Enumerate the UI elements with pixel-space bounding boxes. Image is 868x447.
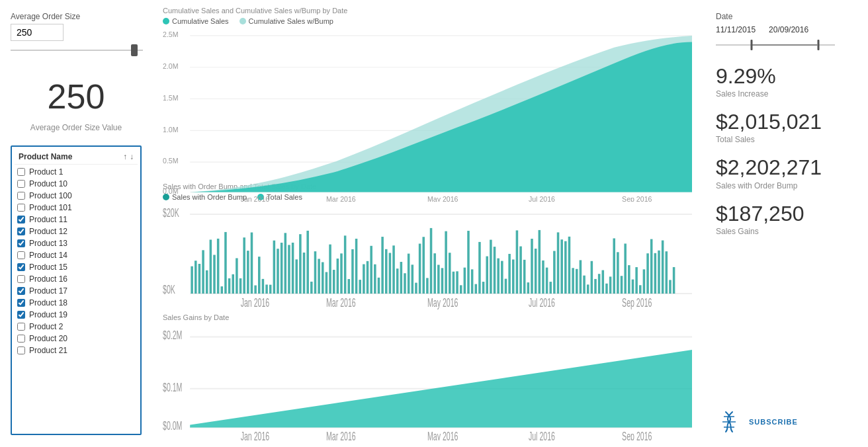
product-list-scroll[interactable]: Product 1Product 10Product 100Product 10…: [15, 166, 138, 431]
product-checkbox[interactable]: [17, 299, 25, 307]
list-item[interactable]: Product 100: [15, 190, 138, 202]
svg-text:Mar 2016: Mar 2016: [326, 195, 356, 202]
product-list-title: Product Name: [19, 152, 72, 161]
list-item[interactable]: Product 2: [15, 321, 138, 333]
svg-text:Mar 2016: Mar 2016: [326, 430, 356, 440]
chart3-title: Sales Gains by Date: [163, 313, 692, 321]
stats-container: 9.29%Sales Increase$2,015,021Total Sales…: [716, 65, 855, 248]
product-checkbox[interactable]: [17, 168, 25, 176]
product-name-label: Product 19: [29, 310, 67, 319]
chart3-svg: $0.2M $0.1M $0.0M Jan 2016 Mar 2016 May …: [163, 324, 692, 440]
sort-desc-icon[interactable]: ↓: [130, 152, 134, 161]
list-item[interactable]: Product 20: [15, 333, 138, 345]
svg-text:$0.0M: $0.0M: [163, 420, 182, 432]
subscribe-block[interactable]: SUBSCRIBE: [716, 409, 855, 435]
svg-rect-144: [650, 239, 653, 294]
product-checkbox[interactable]: [17, 180, 25, 188]
svg-rect-42: [269, 285, 272, 294]
svg-rect-35: [243, 237, 245, 294]
svg-rect-21: [191, 266, 193, 294]
svg-text:Mar 2016: Mar 2016: [326, 296, 356, 309]
product-checkbox[interactable]: [17, 204, 25, 212]
product-checkbox[interactable]: [17, 239, 25, 247]
svg-rect-97: [475, 284, 478, 294]
product-checkbox[interactable]: [17, 192, 25, 200]
svg-rect-116: [546, 268, 548, 294]
product-name-label: Product 11: [29, 215, 67, 224]
legend-dot: [239, 18, 246, 24]
svg-rect-76: [396, 268, 399, 294]
svg-rect-77: [400, 262, 403, 294]
svg-rect-38: [254, 286, 257, 294]
list-item[interactable]: Product 16: [15, 273, 138, 285]
svg-rect-118: [553, 251, 556, 294]
svg-rect-145: [654, 253, 657, 294]
list-item[interactable]: Product 15: [15, 261, 138, 273]
product-checkbox[interactable]: [17, 275, 25, 283]
svg-rect-63: [348, 279, 351, 294]
svg-rect-87: [437, 264, 440, 294]
svg-text:Jul 2016: Jul 2016: [529, 430, 555, 440]
chart1-sales-area: [190, 42, 692, 192]
product-checkbox[interactable]: [17, 263, 25, 271]
svg-text:$0K: $0K: [163, 283, 175, 296]
svg-rect-104: [501, 261, 503, 294]
list-item[interactable]: Product 21: [15, 345, 138, 356]
date-slider-thumb-right[interactable]: [817, 40, 819, 50]
svg-text:Jul 2016: Jul 2016: [529, 296, 555, 309]
svg-rect-114: [539, 230, 541, 294]
list-item[interactable]: Product 13: [15, 237, 138, 249]
product-checkbox[interactable]: [17, 346, 25, 354]
svg-rect-37: [251, 233, 253, 294]
svg-rect-79: [408, 254, 410, 294]
subscribe-text[interactable]: SUBSCRIBE: [749, 418, 798, 426]
sort-asc-icon[interactable]: ↑: [123, 152, 127, 161]
stat-value: $2,202,271: [716, 156, 855, 179]
svg-rect-66: [359, 280, 361, 294]
svg-rect-121: [564, 241, 567, 294]
list-item[interactable]: Product 17: [15, 285, 138, 297]
product-checkbox[interactable]: [17, 335, 25, 343]
chart1-section: Cumulative Sales and Cumulative Sales w/…: [163, 7, 692, 179]
stat-block: $187,250Sales Gains: [716, 202, 855, 236]
stat-block: $2,015,021Total Sales: [716, 110, 855, 144]
list-item[interactable]: Product 10: [15, 178, 138, 190]
svg-rect-108: [516, 230, 519, 294]
slider-thumb[interactable]: [131, 44, 138, 56]
product-checkbox[interactable]: [17, 227, 25, 235]
list-item[interactable]: Product 101: [15, 202, 138, 214]
product-checkbox[interactable]: [17, 251, 25, 259]
svg-rect-32: [232, 274, 234, 294]
list-item[interactable]: Product 14: [15, 249, 138, 261]
avg-order-input[interactable]: [11, 24, 64, 41]
svg-rect-46: [284, 233, 287, 294]
svg-rect-115: [542, 261, 544, 294]
chart2-bars-group: [191, 228, 675, 294]
chart1-title: Cumulative Sales and Cumulative Sales w/…: [163, 7, 692, 15]
list-item[interactable]: Product 12: [15, 225, 138, 237]
date-slider-range: [752, 44, 817, 46]
svg-rect-141: [639, 285, 642, 294]
product-checkbox[interactable]: [17, 323, 25, 331]
svg-text:$0.2M: $0.2M: [163, 329, 182, 342]
list-item[interactable]: Product 18: [15, 297, 138, 309]
slider-track: [11, 50, 143, 51]
svg-text:Jan 2016: Jan 2016: [241, 296, 270, 309]
list-item[interactable]: Product 11: [15, 214, 138, 225]
svg-rect-128: [591, 261, 593, 294]
product-name-label: Product 21: [29, 346, 67, 355]
svg-rect-60: [337, 259, 339, 294]
list-item[interactable]: Product 1: [15, 166, 138, 178]
product-list-header: Product Name ↑ ↓: [15, 149, 138, 165]
product-checkbox[interactable]: [17, 287, 25, 295]
product-checkbox[interactable]: [17, 216, 25, 224]
svg-text:Jul 2016: Jul 2016: [529, 195, 555, 202]
avg-order-size-section: Average Order Size: [11, 12, 142, 57]
list-item[interactable]: Product 19: [15, 309, 138, 321]
svg-rect-105: [505, 279, 507, 294]
date-slider-thumb-left[interactable]: [751, 40, 753, 50]
svg-rect-130: [598, 274, 601, 294]
svg-text:2.5M: 2.5M: [163, 30, 179, 38]
product-checkbox[interactable]: [17, 311, 25, 319]
legend-item: Cumulative Sales: [163, 17, 229, 25]
